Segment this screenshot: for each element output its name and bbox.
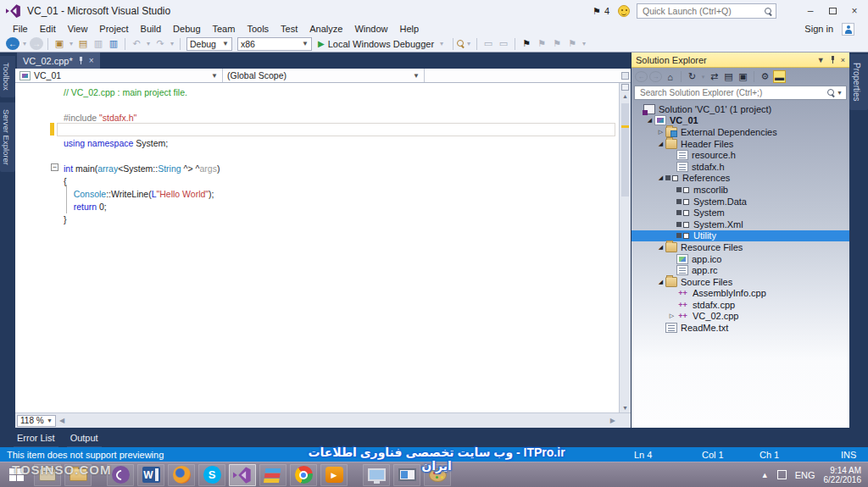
close-panel-icon[interactable]: × [841,56,845,64]
menu-view[interactable]: View [62,24,94,34]
tree-item-vc-01[interactable]: ◢VC_01 [632,115,849,127]
menu-test[interactable]: Test [275,24,303,34]
solution-explorer-search-box[interactable]: ▼ [634,86,847,100]
tree-item-external-dependencies[interactable]: ▷External Dependencies [632,126,849,138]
open-file-button-icon[interactable]: ▤ [76,37,90,51]
toolbox-tab[interactable]: Toolbox [0,56,15,97]
navigate-forward-button-icon[interactable]: → [30,37,43,50]
code-line[interactable]: using namespace System; [15,136,619,148]
menu-team[interactable]: Team [207,24,242,34]
server-explorer-tab[interactable]: Server Explorer [0,102,15,172]
code-editor[interactable]: // VC_02.cpp : main project file.#includ… [15,83,619,412]
visual-studio-icon[interactable] [229,464,256,486]
close-tab-icon[interactable]: × [89,56,94,65]
vertical-scrollbar[interactable]: ▲ ▼ [619,83,631,412]
tree-item-app-ico[interactable]: app.ico [632,253,849,265]
scrollbar-split-grip[interactable] [621,84,629,91]
tree-item-references[interactable]: ◢References [632,173,849,185]
split-window-grip[interactable] [621,72,629,80]
new-project-button-icon[interactable]: ▣ [53,37,66,51]
code-line[interactable]: return 0; [15,199,619,212]
code-line[interactable] [15,123,619,136]
tree-item-solution-vc-01-1-project-[interactable]: Solution 'VC_01' (1 project) [632,103,849,115]
menu-window[interactable]: Window [348,24,393,34]
code-line[interactable] [15,148,619,161]
tree-item-stdafx-cpp[interactable]: ++stdafx.cpp [632,299,849,311]
menu-debug[interactable]: Debug [167,24,206,34]
language-indicator[interactable]: ENG [795,470,815,480]
forward-icon[interactable]: → [649,71,662,82]
scroll-right-arrow-icon[interactable]: ▶ [607,417,619,424]
properties-icon[interactable]: ⚙ [759,70,771,83]
horizontal-scrollbar[interactable] [68,416,607,426]
tree-item-resource-files[interactable]: ◢Resource Files [632,241,849,253]
tree-item-system-xml[interactable]: System.Xml [632,219,849,230]
bookmark-overflow-button-icon[interactable]: ▾ [581,37,587,51]
code-line[interactable]: // VC_02.cpp : main project file. [15,85,619,97]
preview-selected-items-icon[interactable]: ▬ [773,70,786,83]
tree-item-resource-h[interactable]: resource.h [632,149,849,161]
feedback-smiley-icon[interactable] [618,5,630,17]
bluestacks-button[interactable] [259,464,287,486]
code-line[interactable]: Console::WriteLine(L"Hello World"); [15,186,619,199]
undo-dropdown-icon[interactable]: ▾ [145,37,152,51]
previous-bookmark-button-icon[interactable]: ⚑ [535,37,548,51]
collapsed-arrow-icon[interactable]: ▷ [656,129,665,136]
tree-item-system[interactable]: System [632,207,849,219]
taskbar-clock[interactable]: 9:14 AM6/22/2016 [824,466,862,484]
menu-edit[interactable]: Edit [34,24,62,34]
menu-file[interactable]: File [7,24,34,34]
save-button-icon[interactable]: ▥ [92,37,105,51]
notifications-button[interactable]: ⚑ 4 [593,6,609,17]
properties-tab[interactable]: Properties [849,54,868,110]
account-person-icon[interactable] [842,23,854,36]
show-all-files-icon[interactable]: ▤ [722,70,735,83]
tree-item-system-data[interactable]: System.Data [632,196,849,208]
redo-dropdown-icon[interactable]: ▾ [169,37,175,51]
scroll-up-arrow-icon[interactable]: ▲ [620,93,631,99]
tree-item-assemblyinfo-cpp[interactable]: ++AssemblyInfo.cpp [632,288,849,300]
solution-configurations-select[interactable]: Debug▼ [186,37,232,51]
expanded-arrow-icon[interactable]: ◢ [656,279,665,285]
menu-analyze[interactable]: Analyze [303,24,348,34]
pin-tab-icon[interactable] [78,57,84,64]
redo-button-icon[interactable]: ↷ [153,37,167,51]
collapsed-arrow-icon[interactable]: ▷ [667,313,676,319]
navigate-backward-button-icon[interactable]: ← [6,37,19,50]
auto-hide-pin-icon[interactable] [830,56,836,64]
code-line[interactable] [15,97,619,110]
toggle-bookmark-button-icon[interactable]: ⚑ [520,37,533,51]
sign-in-link[interactable]: Sign in [804,24,833,34]
quick-launch-input[interactable] [641,5,765,17]
pending-changes-filter-icon[interactable]: ↻ [686,70,698,83]
solution-explorer-search-input[interactable] [638,87,827,98]
code-line[interactable]: #include "stdafx.h" [15,110,619,123]
scrollbar-thumb[interactable] [621,103,629,196]
filter-dropdown[interactable]: ▾ [700,70,706,83]
skype-button[interactable]: S [198,464,225,486]
scroll-down-arrow-icon[interactable]: ▼ [620,405,631,411]
word-button[interactable]: W [137,464,164,486]
undo-button-icon[interactable]: ↶ [130,37,143,51]
tree-item-header-files[interactable]: ◢Header Files [632,138,849,150]
solution-platforms-select[interactable]: x86▼ [237,37,312,51]
collapse-all-icon[interactable]: ▣ [737,70,749,83]
menu-tools[interactable]: Tools [241,24,275,34]
editor-zoom-control[interactable]: 118 % ▼ [17,415,56,427]
new-project-dropdown-icon[interactable]: ▾ [68,37,75,51]
menu-build[interactable]: Build [135,24,167,34]
back-icon[interactable]: ← [635,71,648,82]
firefox-button[interactable] [168,464,195,486]
quick-launch-box[interactable] [637,3,776,19]
error-list-tab[interactable]: Error List [17,433,55,443]
tree-item-app-rc[interactable]: app.rc [632,264,849,276]
tree-item-utility[interactable]: Utility [632,230,849,242]
touch-keyboard-icon[interactable] [777,470,787,479]
show-hidden-icons-button[interactable]: ▲ [761,471,769,479]
menu-project[interactable]: Project [93,24,134,34]
fold-collapse-icon[interactable]: − [51,163,58,171]
intellitrace-button-icon[interactable]: ▭ [481,37,495,51]
tree-item-stdafx-h[interactable]: stdafx.h [632,161,849,173]
output-tab[interactable]: Output [70,433,98,443]
minimize-button[interactable]: – [800,3,821,19]
